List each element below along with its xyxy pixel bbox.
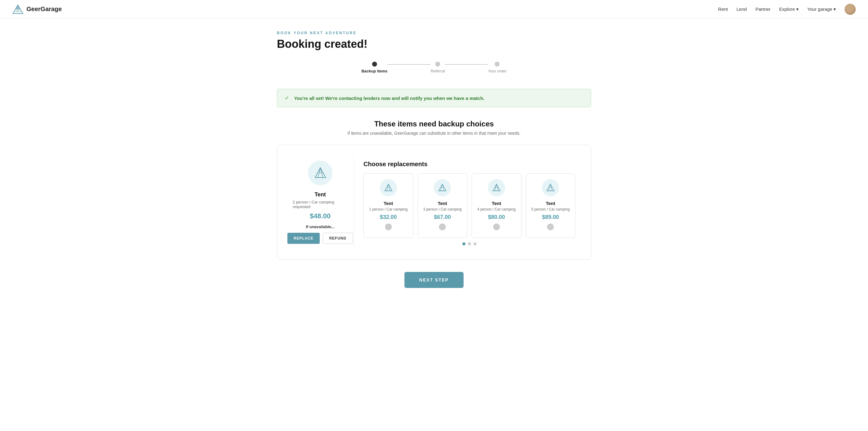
rep-price-3: $89.00	[542, 214, 559, 221]
replace-button[interactable]: REPLACE	[287, 233, 319, 244]
carousel-dots	[364, 238, 576, 246]
nav-links: Rent Lend Partner Explore ▾ Your garage …	[718, 4, 856, 15]
nav-lend[interactable]: Lend	[737, 6, 747, 12]
main-content: BOOK YOUR NEXT ADVENTURE Booking created…	[271, 19, 597, 313]
item-description: 2 person / Car camping requested	[292, 200, 348, 209]
rep-select-2[interactable]	[493, 224, 500, 230]
item-price: $48.00	[310, 212, 331, 220]
rep-tent-icon-3	[542, 179, 559, 196]
replacements-panel: Choose replacements Tent	[354, 154, 582, 250]
rep-tent-icon-1	[434, 179, 451, 196]
rep-tent-svg-2	[492, 183, 501, 193]
backup-card: Tent 2 person / Car camping requested $4…	[277, 145, 591, 260]
step-label-3: Your order	[488, 69, 506, 74]
step-backup-items: Backup items	[361, 62, 388, 74]
rep-tent-svg-1	[437, 183, 447, 193]
rep-desc-2: 4 person / Car camping	[477, 207, 516, 211]
rep-name-0: Tent	[383, 201, 393, 206]
logo-icon	[12, 4, 23, 15]
carousel-dot-2[interactable]	[473, 242, 476, 246]
choose-replacements-title: Choose replacements	[364, 161, 576, 168]
next-step-button[interactable]: NEXT STEP	[404, 272, 464, 288]
rep-select-3[interactable]	[547, 224, 554, 230]
brand-name: GeerGarage	[27, 5, 62, 12]
tent-icon	[313, 166, 328, 180]
step-dot-2	[435, 62, 440, 66]
action-buttons: REPLACE REFUND	[287, 233, 353, 244]
page-title: Booking created!	[277, 38, 591, 51]
rep-tent-svg-3	[546, 183, 555, 193]
item-info: Tent 2 person / Car camping requested $4…	[286, 154, 354, 250]
navbar: GeerGarage Rent Lend Partner Explore ▾ Y…	[0, 0, 868, 19]
rep-desc-1: 3 person / Car camping	[423, 207, 462, 211]
step-label-2: Referral	[431, 69, 445, 74]
replacement-card-0: Tent 1 person / Car camping $32.00	[364, 173, 413, 238]
step-dot-3	[495, 62, 500, 66]
rep-select-0[interactable]	[385, 224, 392, 230]
rep-tent-svg-0	[383, 183, 393, 193]
success-message: You're all set! We're contacting lenders…	[294, 95, 485, 101]
carousel-dot-0[interactable]	[462, 242, 465, 246]
section-title: These items need backup choices	[277, 120, 591, 128]
step-label-1: Backup items	[361, 69, 388, 74]
if-unavailable-label: If unavailable...	[306, 225, 335, 229]
check-icon: ✓	[285, 95, 289, 102]
rep-desc-0: 1 person / Car camping	[369, 207, 407, 211]
tent-icon-circle	[308, 161, 333, 185]
rep-desc-3: 5 person / Car camping	[531, 207, 570, 211]
rep-name-3: Tent	[546, 201, 555, 206]
svg-marker-2	[16, 5, 20, 9]
step-line-2	[445, 64, 488, 65]
replacement-card-3: Tent 5 person / Car camping $89.00	[526, 173, 576, 238]
rep-tent-icon-2	[488, 179, 505, 196]
item-name: Tent	[314, 192, 326, 198]
rep-name-2: Tent	[492, 201, 501, 206]
replacement-cards: Tent 1 person / Car camping $32.00	[364, 173, 576, 238]
rep-tent-icon-0	[380, 179, 397, 196]
success-banner: ✓ You're all set! We're contacting lende…	[277, 89, 591, 107]
section-header: These items need backup choices If items…	[277, 120, 591, 136]
rep-price-0: $32.00	[380, 214, 397, 221]
next-step-section: NEXT STEP	[277, 272, 591, 288]
rep-name-1: Tent	[438, 201, 447, 206]
page-subtitle: BOOK YOUR NEXT ADVENTURE	[277, 31, 591, 35]
section-subtitle: If items are unavailable, GeerGarage can…	[277, 131, 591, 136]
nav-partner[interactable]: Partner	[755, 6, 770, 12]
brand[interactable]: GeerGarage	[12, 4, 62, 15]
card-inner: Tent 2 person / Car camping requested $4…	[286, 154, 582, 250]
refund-button[interactable]: REFUND	[323, 233, 353, 244]
nav-explore[interactable]: Explore ▾	[779, 6, 799, 12]
nav-rent[interactable]: Rent	[718, 6, 728, 12]
step-referral: Referral	[431, 62, 445, 74]
step-line-1	[388, 64, 431, 65]
replacement-card-2: Tent 4 person / Car camping $80.00	[472, 173, 522, 238]
rep-price-2: $80.00	[488, 214, 505, 221]
step-your-order: Your order	[488, 62, 506, 74]
step-dot-1	[372, 62, 377, 66]
carousel-dot-1[interactable]	[468, 242, 471, 246]
rep-price-1: $67.00	[434, 214, 451, 221]
replacement-card-1: Tent 3 person / Car camping $67.00	[418, 173, 468, 238]
user-avatar[interactable]	[845, 4, 856, 15]
rep-select-1[interactable]	[439, 224, 446, 230]
nav-garage[interactable]: Your garage ▾	[807, 6, 836, 12]
stepper: Backup items Referral Your order	[277, 62, 591, 74]
